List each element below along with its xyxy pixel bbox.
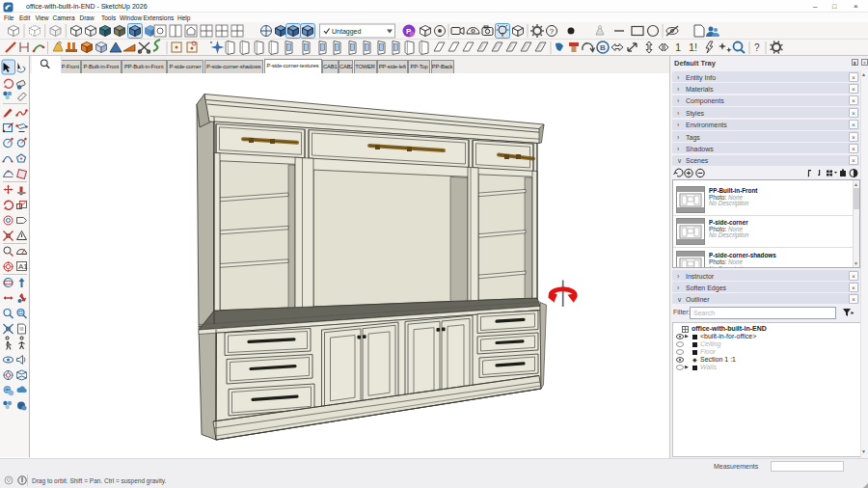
svg-text:B: B <box>600 43 606 52</box>
svg-text:P: P <box>406 27 412 36</box>
svg-text:A1: A1 <box>18 262 28 271</box>
svg-text:Untagged: Untagged <box>332 28 361 36</box>
svg-text:1: 1 <box>675 41 681 53</box>
svg-text:?: ? <box>754 42 760 53</box>
svg-text:?: ? <box>550 27 555 36</box>
svg-text:1!: 1! <box>689 41 697 53</box>
